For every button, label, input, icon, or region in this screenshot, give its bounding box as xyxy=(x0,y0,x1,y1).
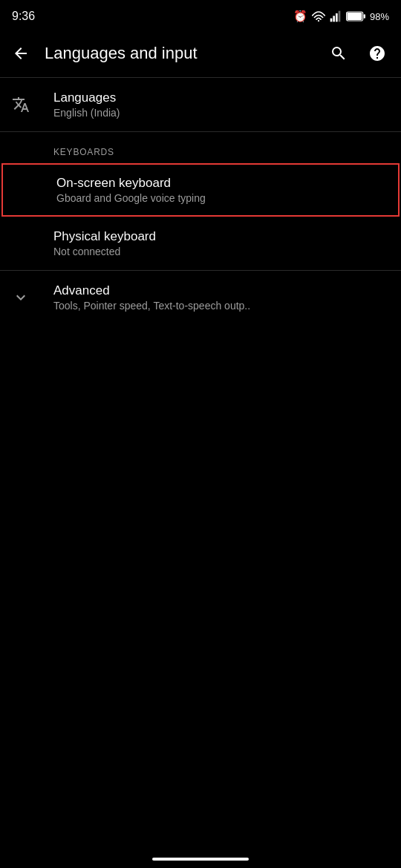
svg-rect-1 xyxy=(330,19,333,22)
app-bar-title: Languages and input xyxy=(45,44,315,63)
status-time: 9:36 xyxy=(12,10,35,23)
search-button[interactable] xyxy=(321,36,356,71)
svg-point-0 xyxy=(318,20,319,22)
physical-keyboard-item[interactable]: Physical keyboard Not connected xyxy=(0,217,401,270)
app-bar: Languages and input xyxy=(0,30,401,77)
onscreen-keyboard-title: On-screen keyboard xyxy=(56,176,386,191)
wifi-icon xyxy=(312,11,325,22)
physical-keyboard-title: Physical keyboard xyxy=(53,229,389,244)
languages-icon-container xyxy=(12,96,53,114)
help-icon xyxy=(368,45,386,62)
onscreen-keyboard-subtitle: Gboard and Google voice typing xyxy=(56,192,386,204)
svg-rect-4 xyxy=(339,11,341,22)
signal-icon xyxy=(330,10,342,22)
languages-item[interactable]: Languages English (India) xyxy=(0,78,401,131)
advanced-subtitle: Tools, Pointer speed, Text-to-speech out… xyxy=(53,300,389,312)
keyboards-section-header: KEYBOARDS xyxy=(0,132,401,163)
onscreen-keyboard-content: On-screen keyboard Gboard and Google voi… xyxy=(56,176,386,204)
battery-icon xyxy=(346,11,365,22)
app-bar-actions xyxy=(321,36,395,71)
advanced-item[interactable]: Advanced Tools, Pointer speed, Text-to-s… xyxy=(0,271,401,324)
svg-rect-3 xyxy=(336,13,338,22)
back-button[interactable] xyxy=(3,36,39,71)
onscreen-keyboard-item[interactable]: On-screen keyboard Gboard and Google voi… xyxy=(1,163,400,217)
languages-subtitle: English (India) xyxy=(53,107,389,119)
chevron-down-icon-container xyxy=(12,289,53,306)
back-icon xyxy=(12,45,30,62)
battery-percent: 98% xyxy=(370,11,389,22)
help-button[interactable] xyxy=(359,36,395,71)
search-icon xyxy=(330,45,348,62)
alarm-icon: ⏰ xyxy=(293,10,307,23)
svg-rect-2 xyxy=(333,16,335,22)
svg-rect-6 xyxy=(364,14,365,19)
home-indicator xyxy=(152,858,249,861)
status-icons: ⏰ 98% xyxy=(293,10,389,23)
translate-icon xyxy=(12,96,30,114)
advanced-content: Advanced Tools, Pointer speed, Text-to-s… xyxy=(53,283,389,312)
chevron-down-icon xyxy=(12,289,30,306)
languages-content: Languages English (India) xyxy=(53,91,389,119)
languages-title: Languages xyxy=(53,91,389,105)
physical-keyboard-content: Physical keyboard Not connected xyxy=(53,229,389,257)
advanced-title: Advanced xyxy=(53,283,389,298)
svg-rect-7 xyxy=(347,13,362,20)
physical-keyboard-subtitle: Not connected xyxy=(53,246,389,257)
status-bar: 9:36 ⏰ 98% xyxy=(0,0,401,30)
